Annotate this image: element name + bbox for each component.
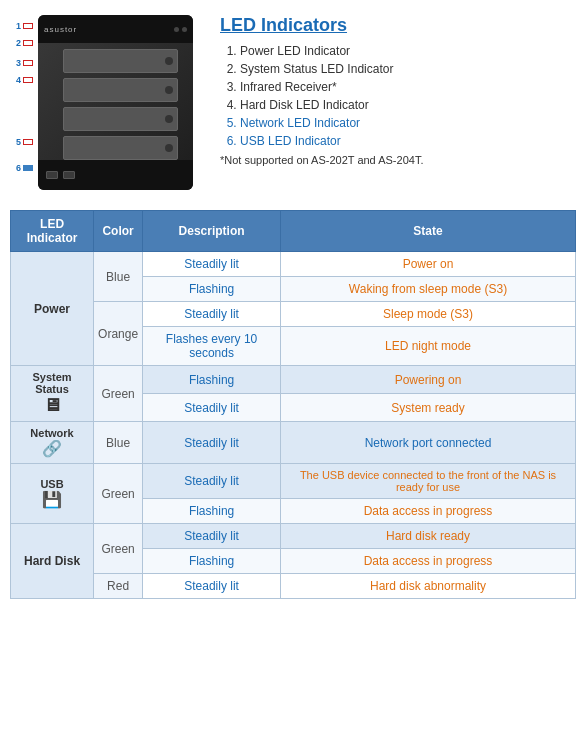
indicator-item-3: Infrared Receiver* (240, 80, 576, 94)
power-blue-flash-state: Waking from sleep mode (S3) (281, 277, 576, 302)
usb-icon: 💾 (42, 491, 62, 508)
arrow-box-5 (23, 139, 33, 145)
hdd-section-label: Hard Disk (11, 524, 94, 599)
brand-label: asustor (44, 25, 77, 34)
power-orange-steady-state: Sleep mode (S3) (281, 302, 576, 327)
nas-bays (38, 43, 193, 166)
system-status-flash-state: Powering on (281, 366, 576, 394)
arrow-box-1 (23, 23, 33, 29)
network-section-label: Network 🔗 (11, 422, 94, 464)
arrow-box-4 (23, 77, 33, 83)
arrow-num-1: 1 (10, 21, 21, 31)
nas-bottom-panel (38, 160, 193, 190)
power-orange-steady-desc: Steadily lit (143, 302, 281, 327)
usb-green-color: Green (94, 464, 143, 524)
nas-top-leds (174, 27, 187, 32)
system-status-section-label: SystemStatus 🖥 (11, 366, 94, 422)
indicator-item-5: Network LED Indicator (240, 116, 576, 130)
header-section: asustor 1 (10, 10, 576, 195)
led-dot-1 (174, 27, 179, 32)
arrow-num-2: 2 (10, 38, 21, 48)
hdd-row-1: Hard Disk Green Steadily lit Hard disk r… (11, 524, 576, 549)
hdd-green-color: Green (94, 524, 143, 574)
power-blue-steady-state: Power on (281, 252, 576, 277)
power-row-3: Orange Steadily lit Sleep mode (S3) (11, 302, 576, 327)
arrow-box-6 (23, 165, 33, 171)
hdd-green-steady-desc: Steadily lit (143, 524, 281, 549)
power-orange-flash-desc: Flashes every 10 seconds (143, 327, 281, 366)
network-steady-state: Network port connected (281, 422, 576, 464)
nas-device: asustor (38, 15, 193, 190)
hdd-green-steady-state: Hard disk ready (281, 524, 576, 549)
col-description: Description (143, 211, 281, 252)
col-color: Color (94, 211, 143, 252)
hdd-red-steady-desc: Steadily lit (143, 574, 281, 599)
system-status-steady-state: System ready (281, 394, 576, 422)
hdd-green-flash-state: Data access in progress (281, 549, 576, 574)
arrow-box-2 (23, 40, 33, 46)
note-text: *Not supported on AS-202T and AS-204T. (220, 154, 576, 166)
indicator-item-6: USB LED Indicator (240, 134, 576, 148)
bottom-port-2 (63, 171, 75, 179)
arrow-row-3: 3 (10, 55, 33, 71)
usb-steady-desc: Steadily lit (143, 464, 281, 499)
usb-flash-state: Data access in progress (281, 499, 576, 524)
network-blue-color: Blue (94, 422, 143, 464)
hdd-row-3: Red Steadily lit Hard disk abnormality (11, 574, 576, 599)
led-table: LED Indicator Color Description State Po… (10, 210, 576, 599)
usb-section-label: USB 💾 (11, 464, 94, 524)
power-orange-flash-state: LED night mode (281, 327, 576, 366)
device-illustration: asustor 1 (10, 10, 200, 195)
power-section-label: Power (11, 252, 94, 366)
hdd-red-color: Red (94, 574, 143, 599)
power-orange-color: Orange (94, 302, 143, 366)
bay-4 (63, 136, 178, 160)
arrow-num-5: 5 (10, 137, 21, 147)
bottom-port-1 (46, 171, 58, 179)
power-row-1: Power Blue Steadily lit Power on (11, 252, 576, 277)
hdd-red-steady-state: Hard disk abnormality (281, 574, 576, 599)
arrow-row-2: 2 (10, 35, 33, 51)
arrow-row-5: 5 (10, 134, 33, 150)
arrow-row-6: 6 (10, 160, 33, 176)
system-status-green-color: Green (94, 366, 143, 422)
system-status-icon: 🖥 (43, 395, 61, 415)
power-blue-flash-desc: Flashing (143, 277, 281, 302)
col-led-indicator: LED Indicator (11, 211, 94, 252)
arrow-num-6: 6 (10, 163, 21, 173)
arrow-row-4: 4 (10, 72, 33, 88)
bay-1 (63, 49, 178, 73)
arrow-num-4: 4 (10, 75, 21, 85)
indicator-item-2: System Status LED Indicator (240, 62, 576, 76)
arrow-num-3: 3 (10, 58, 21, 68)
power-blue-color: Blue (94, 252, 143, 302)
arrows-overlay: 1 2 3 4 (10, 18, 33, 177)
indicator-item-1: Power LED Indicator (240, 44, 576, 58)
page-title: LED Indicators (220, 15, 576, 36)
indicator-item-4: Hard Disk LED Indicator (240, 98, 576, 112)
indicator-list: LED Indicators Power LED Indicator Syste… (220, 10, 576, 195)
network-icon: 🔗 (42, 440, 62, 457)
led-dot-2 (182, 27, 187, 32)
col-state: State (281, 211, 576, 252)
arrow-box-3 (23, 60, 33, 66)
usb-row-1: USB 💾 Green Steadily lit The USB device … (11, 464, 576, 499)
system-status-row-1: SystemStatus 🖥 Green Flashing Powering o… (11, 366, 576, 394)
table-header-row: LED Indicator Color Description State (11, 211, 576, 252)
arrow-row-1: 1 (10, 18, 33, 34)
bay-3 (63, 107, 178, 131)
usb-flash-desc: Flashing (143, 499, 281, 524)
hdd-green-flash-desc: Flashing (143, 549, 281, 574)
system-status-steady-desc: Steadily lit (143, 394, 281, 422)
indicator-numbered-list: Power LED Indicator System Status LED In… (220, 44, 576, 148)
network-steady-desc: Steadily lit (143, 422, 281, 464)
power-blue-steady-desc: Steadily lit (143, 252, 281, 277)
network-row-1: Network 🔗 Blue Steadily lit Network port… (11, 422, 576, 464)
nas-top-bar: asustor (38, 15, 193, 43)
usb-steady-state: The USB device connected to the front of… (281, 464, 576, 499)
bay-2 (63, 78, 178, 102)
system-status-flash-desc: Flashing (143, 366, 281, 394)
